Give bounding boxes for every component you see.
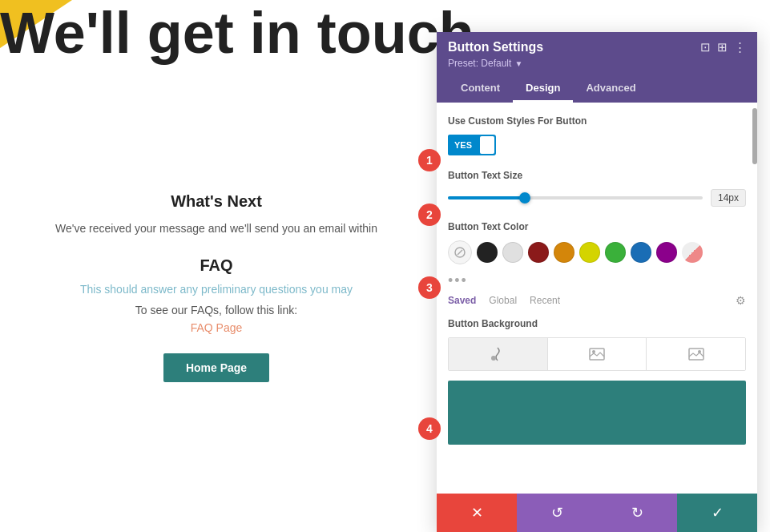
color-tab-saved[interactable]: Saved — [448, 295, 476, 306]
color-more-row: ••• — [448, 272, 746, 289]
bg-type-image1[interactable] — [548, 338, 647, 370]
more-colors-icon[interactable]: ••• — [448, 272, 468, 289]
step-badge-1: 1 — [418, 149, 441, 171]
resize-icon[interactable]: ⊡ — [700, 40, 711, 54]
color-swatch-black[interactable] — [477, 242, 498, 263]
color-swatch-purple[interactable] — [656, 242, 677, 263]
color-picker-button[interactable] — [448, 240, 472, 264]
button-text-color-label: Button Text Color — [448, 221, 746, 232]
bg-type-image2[interactable] — [647, 338, 745, 370]
svg-point-4 — [592, 350, 595, 353]
slider-value[interactable]: 14px — [711, 189, 746, 207]
panel-header: Button Settings ⊡ ⊞ ⋮ Preset: Default ▼ … — [437, 32, 757, 103]
preset-arrow-icon: ▼ — [514, 59, 522, 68]
footer-close-button[interactable]: ✕ — [437, 494, 517, 532]
content-area: What's Next We've received your message … — [0, 192, 433, 382]
bg-type-row — [448, 337, 746, 371]
panel-footer: ✕ ↺ ↻ ✓ — [437, 494, 757, 532]
toggle-yes-label: YES — [448, 135, 478, 155]
slider-track[interactable] — [448, 196, 703, 200]
hero-text: We'll get in touch — [0, 0, 474, 65]
panel-title: Button Settings — [448, 40, 543, 54]
faq-link-label: To see our FAQs, follow this link: — [16, 304, 417, 316]
panel-header-top: Button Settings ⊡ ⊞ ⋮ — [448, 40, 746, 54]
color-swatch-blue[interactable] — [631, 242, 651, 263]
color-swatch-dark-red[interactable] — [528, 242, 549, 263]
tab-design[interactable]: Design — [513, 75, 573, 103]
panel-body: Use Custom Styles For Button YES Button … — [437, 103, 757, 494]
color-tab-recent[interactable]: Recent — [530, 295, 560, 306]
tab-advanced[interactable]: Advanced — [573, 75, 648, 103]
svg-line-1 — [458, 250, 462, 255]
button-text-size-label: Button Text Size — [448, 170, 746, 181]
panel-preset[interactable]: Preset: Default ▼ — [448, 58, 746, 69]
tab-content[interactable]: Content — [448, 75, 513, 103]
color-swatch-orange[interactable] — [554, 242, 574, 263]
svg-point-2 — [491, 356, 496, 361]
image-icon-1 — [589, 348, 605, 361]
custom-styles-toggle[interactable]: YES — [448, 135, 496, 155]
flat-color-icon — [490, 346, 506, 362]
panel-header-icons: ⊡ ⊞ ⋮ — [700, 40, 746, 54]
received-message: We've received your message and we'll se… — [16, 220, 417, 237]
faq-page-link[interactable]: FAQ Page — [16, 321, 417, 334]
preset-label: Preset: Default — [448, 58, 511, 69]
button-settings-panel: Button Settings ⊡ ⊞ ⋮ Preset: Default ▼ … — [437, 32, 757, 532]
custom-styles-label: Use Custom Styles For Button — [448, 115, 746, 127]
button-text-size-row: 14px — [448, 189, 746, 207]
bg-type-flat[interactable] — [449, 338, 548, 370]
color-swatch-row — [448, 240, 746, 264]
footer-redo-button[interactable]: ↻ — [597, 494, 677, 532]
received-text: We've received your message and we'll se… — [55, 222, 377, 235]
footer-undo-button[interactable]: ↺ — [517, 494, 597, 532]
step-badge-3: 3 — [418, 276, 441, 299]
color-swatch-light-gray[interactable] — [502, 242, 523, 263]
slider-fill — [448, 196, 524, 200]
color-settings-icon[interactable]: ⚙ — [736, 294, 746, 307]
svg-point-6 — [698, 350, 701, 353]
faq-title: FAQ — [16, 256, 417, 275]
bg-color-preview — [448, 381, 746, 445]
faq-description: This should answer any preliminary quest… — [16, 283, 417, 296]
button-background-label: Button Background — [448, 318, 746, 329]
color-swatch-yellow[interactable] — [579, 242, 600, 263]
grid-icon[interactable]: ⊞ — [717, 40, 728, 54]
color-swatch-pink[interactable] — [682, 242, 703, 263]
whats-next-title: What's Next — [16, 192, 417, 211]
more-options-icon[interactable]: ⋮ — [734, 40, 746, 54]
panel-scrollbar[interactable] — [752, 108, 757, 164]
image-icon-2 — [688, 348, 704, 361]
eyedropper-icon — [454, 247, 466, 258]
color-tabs-row: Saved Global Recent ⚙ — [448, 294, 746, 307]
slider-thumb[interactable] — [519, 192, 530, 204]
color-tab-global[interactable]: Global — [489, 295, 517, 306]
step-badge-4: 4 — [418, 417, 441, 440]
color-swatch-green[interactable] — [605, 242, 626, 263]
home-page-button[interactable]: Home Page — [163, 353, 269, 382]
panel-tabs: Content Design Advanced — [448, 75, 746, 103]
custom-styles-toggle-row: YES — [448, 135, 746, 155]
footer-save-button[interactable]: ✓ — [677, 494, 757, 532]
toggle-thumb — [480, 136, 494, 154]
step-badge-2: 2 — [418, 204, 441, 226]
